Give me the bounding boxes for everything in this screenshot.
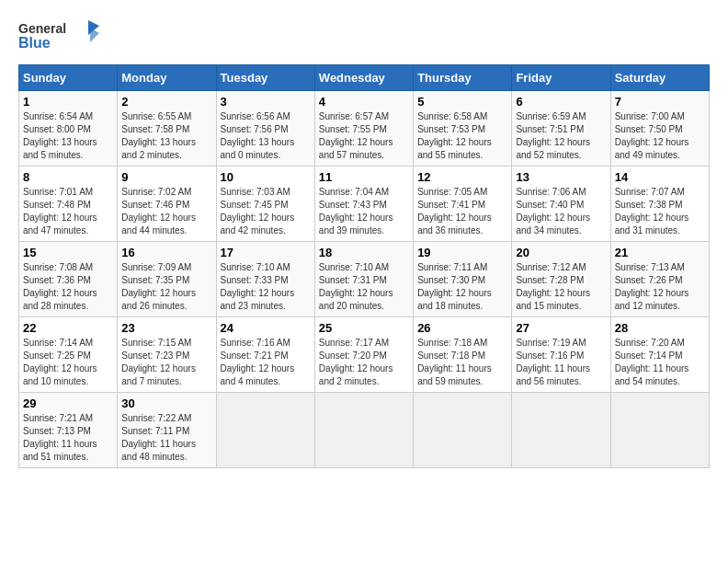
calendar-cell: 3Sunrise: 6:56 AM Sunset: 7:56 PM Daylig… [216, 91, 314, 167]
day-number: 15 [23, 246, 113, 259]
calendar-week-2: 8Sunrise: 7:01 AM Sunset: 7:48 PM Daylig… [19, 167, 710, 242]
day-number: 10 [221, 170, 311, 184]
calendar-week-3: 15Sunrise: 7:08 AM Sunset: 7:36 PM Dayli… [19, 242, 710, 317]
day-info: Sunrise: 7:05 AM Sunset: 7:41 PM Dayligh… [417, 186, 507, 237]
calendar-cell [610, 393, 709, 468]
calendar-cell: 7Sunrise: 7:00 AM Sunset: 7:50 PM Daylig… [610, 91, 709, 167]
weekday-header-thursday: Thursday [414, 65, 512, 91]
day-number: 4 [319, 95, 409, 109]
calendar-week-5: 29Sunrise: 7:21 AM Sunset: 7:13 PM Dayli… [19, 393, 710, 468]
day-info: Sunrise: 7:20 AM Sunset: 7:14 PM Dayligh… [615, 337, 705, 388]
day-number: 2 [121, 95, 211, 109]
calendar-cell: 10Sunrise: 7:03 AM Sunset: 7:45 PM Dayli… [216, 167, 314, 242]
day-number: 1 [23, 95, 113, 109]
calendar-cell: 20Sunrise: 7:12 AM Sunset: 7:28 PM Dayli… [512, 242, 610, 317]
day-info: Sunrise: 6:57 AM Sunset: 7:55 PM Dayligh… [319, 110, 409, 162]
day-info: Sunrise: 6:59 AM Sunset: 7:51 PM Dayligh… [516, 110, 606, 162]
day-info: Sunrise: 7:00 AM Sunset: 7:50 PM Dayligh… [615, 110, 705, 162]
day-number: 24 [221, 321, 311, 335]
day-number: 23 [121, 321, 211, 335]
day-number: 12 [417, 170, 507, 184]
weekday-header-tuesday: Tuesday [216, 65, 314, 91]
day-info: Sunrise: 7:22 AM Sunset: 7:11 PM Dayligh… [121, 412, 211, 464]
day-number: 26 [417, 321, 507, 335]
day-info: Sunrise: 6:56 AM Sunset: 7:56 PM Dayligh… [221, 110, 311, 162]
svg-text:Blue: Blue [18, 35, 51, 51]
day-number: 30 [121, 396, 211, 410]
calendar-cell: 9Sunrise: 7:02 AM Sunset: 7:46 PM Daylig… [118, 167, 216, 242]
calendar-cell [314, 393, 413, 468]
day-number: 21 [615, 246, 705, 259]
day-info: Sunrise: 6:54 AM Sunset: 8:00 PM Dayligh… [23, 110, 113, 162]
calendar-cell: 5Sunrise: 6:58 AM Sunset: 7:53 PM Daylig… [414, 91, 512, 167]
logo-svg: General Blue [18, 18, 101, 55]
day-info: Sunrise: 7:06 AM Sunset: 7:40 PM Dayligh… [516, 186, 606, 237]
day-number: 17 [221, 246, 311, 259]
calendar-cell: 29Sunrise: 7:21 AM Sunset: 7:13 PM Dayli… [19, 393, 118, 468]
calendar-cell: 17Sunrise: 7:10 AM Sunset: 7:33 PM Dayli… [216, 242, 314, 317]
day-number: 8 [23, 170, 113, 184]
day-info: Sunrise: 7:01 AM Sunset: 7:48 PM Dayligh… [23, 186, 113, 237]
day-info: Sunrise: 7:18 AM Sunset: 7:18 PM Dayligh… [417, 337, 507, 388]
day-info: Sunrise: 7:17 AM Sunset: 7:20 PM Dayligh… [319, 337, 409, 388]
day-number: 22 [23, 321, 113, 335]
calendar-cell: 6Sunrise: 6:59 AM Sunset: 7:51 PM Daylig… [512, 91, 610, 167]
day-number: 28 [615, 321, 705, 335]
calendar-cell: 26Sunrise: 7:18 AM Sunset: 7:18 PM Dayli… [414, 317, 512, 393]
calendar-cell: 19Sunrise: 7:11 AM Sunset: 7:30 PM Dayli… [414, 242, 512, 317]
day-info: Sunrise: 7:21 AM Sunset: 7:13 PM Dayligh… [23, 412, 113, 464]
calendar-cell: 22Sunrise: 7:14 AM Sunset: 7:25 PM Dayli… [19, 317, 118, 393]
day-info: Sunrise: 7:04 AM Sunset: 7:43 PM Dayligh… [319, 186, 409, 237]
day-info: Sunrise: 7:14 AM Sunset: 7:25 PM Dayligh… [23, 337, 113, 388]
day-info: Sunrise: 7:13 AM Sunset: 7:26 PM Dayligh… [615, 261, 705, 313]
calendar-cell [414, 393, 512, 468]
weekday-header-sunday: Sunday [19, 65, 118, 91]
weekday-header-monday: Monday [118, 65, 216, 91]
day-number: 16 [121, 246, 211, 259]
day-info: Sunrise: 7:10 AM Sunset: 7:33 PM Dayligh… [221, 261, 311, 313]
calendar-cell: 11Sunrise: 7:04 AM Sunset: 7:43 PM Dayli… [314, 167, 413, 242]
calendar-cell: 2Sunrise: 6:55 AM Sunset: 7:58 PM Daylig… [118, 91, 216, 167]
calendar-cell: 28Sunrise: 7:20 AM Sunset: 7:14 PM Dayli… [610, 317, 709, 393]
calendar-cell: 21Sunrise: 7:13 AM Sunset: 7:26 PM Dayli… [610, 242, 709, 317]
weekday-header-wednesday: Wednesday [314, 65, 413, 91]
day-number: 14 [615, 170, 705, 184]
weekday-header-friday: Friday [512, 65, 610, 91]
day-info: Sunrise: 7:15 AM Sunset: 7:23 PM Dayligh… [121, 337, 211, 388]
svg-marker-3 [90, 28, 99, 42]
day-number: 6 [516, 95, 606, 109]
calendar-cell: 30Sunrise: 7:22 AM Sunset: 7:11 PM Dayli… [118, 393, 216, 468]
day-number: 7 [615, 95, 705, 109]
day-number: 20 [516, 246, 606, 259]
day-number: 27 [516, 321, 606, 335]
day-info: Sunrise: 6:58 AM Sunset: 7:53 PM Dayligh… [417, 110, 507, 162]
calendar-cell: 14Sunrise: 7:07 AM Sunset: 7:38 PM Dayli… [610, 167, 709, 242]
calendar-cell: 13Sunrise: 7:06 AM Sunset: 7:40 PM Dayli… [512, 167, 610, 242]
calendar-cell: 23Sunrise: 7:15 AM Sunset: 7:23 PM Dayli… [118, 317, 216, 393]
calendar-cell: 8Sunrise: 7:01 AM Sunset: 7:48 PM Daylig… [19, 167, 118, 242]
calendar-cell: 15Sunrise: 7:08 AM Sunset: 7:36 PM Dayli… [19, 242, 118, 317]
day-info: Sunrise: 7:03 AM Sunset: 7:45 PM Dayligh… [221, 186, 311, 237]
calendar-cell: 12Sunrise: 7:05 AM Sunset: 7:41 PM Dayli… [414, 167, 512, 242]
day-number: 25 [319, 321, 409, 335]
day-number: 29 [23, 396, 113, 410]
day-info: Sunrise: 7:12 AM Sunset: 7:28 PM Dayligh… [516, 261, 606, 313]
day-number: 3 [221, 95, 311, 109]
calendar-week-1: 1Sunrise: 6:54 AM Sunset: 8:00 PM Daylig… [19, 91, 710, 167]
calendar-cell: 16Sunrise: 7:09 AM Sunset: 7:35 PM Dayli… [118, 242, 216, 317]
calendar-cell: 27Sunrise: 7:19 AM Sunset: 7:16 PM Dayli… [512, 317, 610, 393]
logo: General Blue [18, 18, 101, 55]
day-number: 18 [319, 246, 409, 259]
calendar-cell [512, 393, 610, 468]
day-info: Sunrise: 6:55 AM Sunset: 7:58 PM Dayligh… [121, 110, 211, 162]
calendar-cell: 4Sunrise: 6:57 AM Sunset: 7:55 PM Daylig… [314, 91, 413, 167]
day-info: Sunrise: 7:16 AM Sunset: 7:21 PM Dayligh… [221, 337, 311, 388]
day-info: Sunrise: 7:08 AM Sunset: 7:36 PM Dayligh… [23, 261, 113, 313]
day-info: Sunrise: 7:11 AM Sunset: 7:30 PM Dayligh… [417, 261, 507, 313]
day-number: 13 [516, 170, 606, 184]
calendar-cell: 25Sunrise: 7:17 AM Sunset: 7:20 PM Dayli… [314, 317, 413, 393]
day-info: Sunrise: 7:19 AM Sunset: 7:16 PM Dayligh… [516, 337, 606, 388]
calendar-cell: 24Sunrise: 7:16 AM Sunset: 7:21 PM Dayli… [216, 317, 314, 393]
calendar-cell: 18Sunrise: 7:10 AM Sunset: 7:31 PM Dayli… [314, 242, 413, 317]
svg-text:General: General [18, 21, 66, 36]
